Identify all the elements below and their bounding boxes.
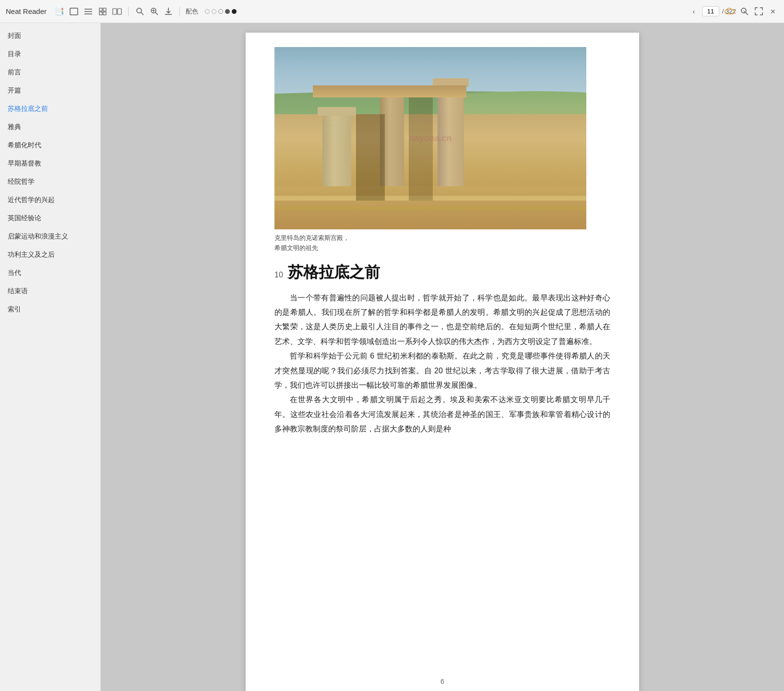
svg-rect-9 bbox=[118, 9, 121, 14]
sidebar-item-early-christianity[interactable]: 早期基督教 bbox=[0, 155, 100, 173]
caption-line2: 希腊文明的祖先 bbox=[274, 243, 349, 253]
dot2[interactable] bbox=[212, 9, 216, 14]
page-number: 6 bbox=[440, 678, 444, 685]
sidebar-item-athens[interactable]: 雅典 bbox=[0, 118, 100, 136]
sidebar-item-contemporary[interactable]: 当代 bbox=[0, 264, 100, 282]
app-title: Neat Reader bbox=[6, 7, 47, 15]
grid-icon[interactable] bbox=[97, 6, 108, 17]
sidebar-item-index[interactable]: 索引 bbox=[0, 300, 100, 319]
sidebar-item-scholasticism[interactable]: 经院哲学 bbox=[0, 173, 100, 191]
sidebar-item-toc[interactable]: 目录 bbox=[0, 45, 100, 63]
prev-page-button[interactable]: ‹ bbox=[689, 6, 699, 17]
image-background: nayona.cn bbox=[274, 47, 586, 229]
paragraph-3: 在世界各大文明中，希腊文明属于后起之秀。埃及和美索不达米亚文明要比希腊文明早几千… bbox=[274, 393, 610, 436]
image-caption: 克里特岛的克诺索斯宫殿， 希腊文明的祖先 bbox=[274, 233, 349, 253]
svg-rect-5 bbox=[103, 8, 106, 11]
shadow1 bbox=[356, 114, 385, 201]
book-image-container: nayona.cn 克里特岛的克诺索斯宫殿， 希腊文明的祖先 bbox=[274, 47, 610, 253]
shadow2 bbox=[409, 95, 433, 201]
book-text: 当一个带有普遍性的问题被人提出时，哲学就开始了，科学也是如此。最早表现出这种好奇… bbox=[274, 291, 610, 437]
sidebar-item-preface[interactable]: 前言 bbox=[0, 63, 100, 82]
image-beam bbox=[313, 85, 466, 97]
svg-line-11 bbox=[141, 12, 143, 15]
dot3[interactable] bbox=[218, 9, 223, 14]
chapter-title: 苏格拉底之前 bbox=[288, 262, 380, 283]
dot1[interactable] bbox=[205, 9, 210, 14]
column-cap bbox=[318, 107, 356, 116]
sidebar-item-hellenistic[interactable]: 希腊化时代 bbox=[0, 136, 100, 155]
sidebar-item-before-socrates[interactable]: 苏格拉底之前 bbox=[0, 100, 100, 118]
chapter-header: 10 苏格拉底之前 bbox=[274, 262, 610, 283]
svg-rect-7 bbox=[103, 12, 106, 15]
close-icon[interactable]: ✕ bbox=[768, 6, 778, 17]
svg-rect-8 bbox=[113, 9, 117, 14]
book-page: nayona.cn 克里特岛的克诺索斯宫殿， 希腊文明的祖先 10 苏格拉底之前… bbox=[246, 33, 639, 691]
sidebar-item-british-empiricism[interactable]: 英国经验论 bbox=[0, 209, 100, 227]
expand-icon[interactable] bbox=[753, 6, 764, 17]
sidebar-item-opening[interactable]: 开篇 bbox=[0, 82, 100, 100]
book-image: nayona.cn bbox=[274, 47, 586, 229]
color-palette-label: 配色 bbox=[186, 7, 198, 16]
svg-line-13 bbox=[155, 12, 158, 15]
sidebar: 封面目录前言开篇苏格拉底之前雅典希腊化时代早期基督教经院哲学近代哲学的兴起英国经… bbox=[0, 23, 101, 691]
page-input[interactable] bbox=[702, 6, 719, 16]
cloud-icon[interactable] bbox=[725, 6, 735, 17]
paragraph-1: 当一个带有普遍性的问题被人提出时，哲学就开始了，科学也是如此。最早表现出这种好奇… bbox=[274, 291, 610, 349]
floor-step2 bbox=[274, 206, 586, 210]
download-icon[interactable] bbox=[163, 6, 174, 17]
chapter-number: 10 bbox=[274, 271, 283, 279]
search-icon[interactable] bbox=[134, 6, 145, 17]
book-content[interactable]: nayona.cn 克里特岛的克诺索斯宫殿， 希腊文明的祖先 10 苏格拉底之前… bbox=[101, 23, 784, 691]
caption-line1: 克里特岛的克诺索斯宫殿， bbox=[274, 233, 349, 243]
svg-line-19 bbox=[746, 12, 748, 15]
toolbar-right: ✕ bbox=[725, 6, 778, 17]
search-right-icon[interactable] bbox=[739, 6, 749, 17]
dot4[interactable] bbox=[225, 9, 230, 14]
svg-rect-4 bbox=[99, 8, 102, 11]
layout-book-icon[interactable] bbox=[112, 6, 122, 17]
bookmark-icon[interactable]: 📑 bbox=[54, 6, 65, 17]
sidebar-item-utilitarianism[interactable]: 功利主义及之后 bbox=[0, 246, 100, 264]
svg-point-10 bbox=[137, 8, 142, 13]
svg-point-18 bbox=[741, 8, 746, 13]
layout-single-icon[interactable] bbox=[69, 6, 79, 17]
menu-icon[interactable] bbox=[83, 6, 94, 17]
color-dots bbox=[205, 9, 237, 14]
paragraph-2: 哲学和科学始于公元前 6 世纪初米利都的泰勒斯。在此之前，究竟是哪些事件使得希腊… bbox=[274, 349, 610, 393]
sidebar-item-cover[interactable]: 封面 bbox=[0, 27, 100, 45]
dot5[interactable] bbox=[232, 9, 237, 14]
sidebar-item-modern-rise[interactable]: 近代哲学的兴起 bbox=[0, 191, 100, 209]
svg-rect-6 bbox=[99, 12, 102, 15]
toolbar: Neat Reader 📑 配色 ‹ / 322 › bbox=[0, 0, 784, 23]
svg-rect-0 bbox=[70, 8, 78, 15]
main-layout: 封面目录前言开篇苏格拉底之前雅典希腊化时代早期基督教经院哲学近代哲学的兴起英国经… bbox=[0, 23, 784, 691]
search2-icon[interactable] bbox=[149, 6, 159, 17]
sidebar-item-conclusion[interactable]: 结束语 bbox=[0, 282, 100, 300]
sidebar-item-enlightenment[interactable]: 启蒙运动和浪漫主义 bbox=[0, 227, 100, 246]
separator2 bbox=[179, 7, 180, 16]
separator1 bbox=[128, 7, 129, 16]
